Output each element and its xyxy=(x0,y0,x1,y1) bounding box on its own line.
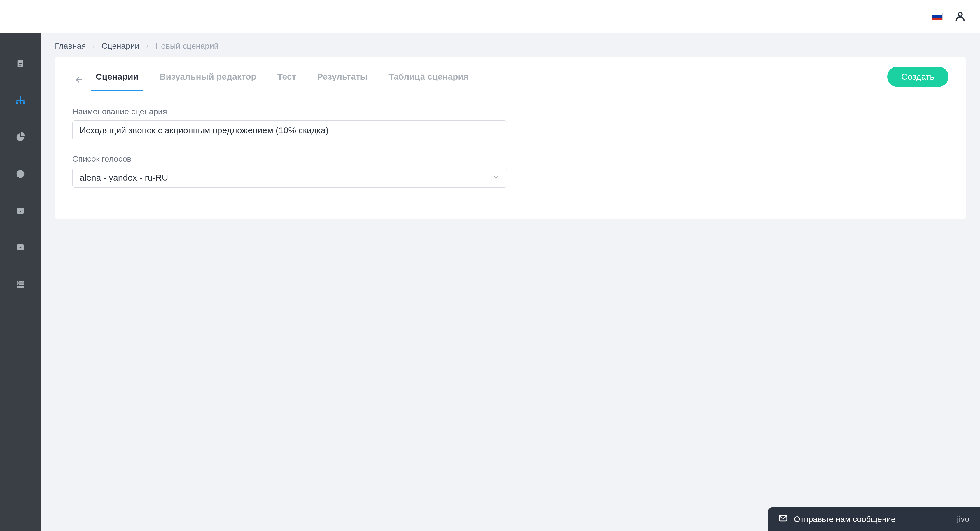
chat-widget[interactable]: Отправьте нам сообщение jivo xyxy=(768,507,980,531)
sidebar-item-history[interactable] xyxy=(15,169,25,179)
svg-rect-7 xyxy=(19,102,21,104)
form: Наименование сценария Список голосов ale… xyxy=(72,93,948,188)
chevron-right-icon xyxy=(145,41,150,51)
voices-label: Список голосов xyxy=(72,154,948,164)
breadcrumb-home[interactable]: Главная xyxy=(55,41,86,51)
sidebar-item-docs[interactable] xyxy=(15,58,25,69)
create-button[interactable]: Создать xyxy=(887,67,948,87)
back-button[interactable] xyxy=(72,73,86,87)
scenario-name-input[interactable] xyxy=(72,121,507,140)
svg-point-21 xyxy=(18,284,19,285)
language-flag-ru[interactable] xyxy=(932,13,943,20)
tab-results[interactable]: Результаты xyxy=(315,68,370,91)
field-voices: Список голосов alena - yandex - ru-RU xyxy=(72,154,948,188)
sidebar-item-outbox[interactable] xyxy=(15,242,25,253)
svg-rect-4 xyxy=(19,65,21,65)
tab-scenarios[interactable]: Сценарии xyxy=(93,68,141,91)
sidebar xyxy=(0,0,41,531)
voices-selected-value: alena - yandex - ru-RU xyxy=(80,173,168,183)
svg-rect-13 xyxy=(24,100,24,102)
tab-visual-editor[interactable]: Визуальный редактор xyxy=(157,68,259,91)
tab-test[interactable]: Тест xyxy=(275,68,299,91)
breadcrumb-scenarios[interactable]: Сценарии xyxy=(102,41,139,51)
sidebar-item-inbox[interactable] xyxy=(15,206,25,216)
topbar xyxy=(0,0,980,33)
voices-select[interactable]: alena - yandex - ru-RU xyxy=(72,168,507,188)
main-content: Главная Сценарии Новый сценарий Сценарии… xyxy=(41,0,980,531)
breadcrumb: Главная Сценарии Новый сценарий xyxy=(41,33,980,57)
breadcrumb-current: Новый сценарий xyxy=(155,41,218,51)
svg-rect-11 xyxy=(17,100,18,102)
sidebar-item-stats[interactable] xyxy=(15,132,25,142)
svg-point-22 xyxy=(18,287,19,288)
mail-icon xyxy=(778,513,788,525)
svg-point-0 xyxy=(958,13,962,16)
svg-rect-9 xyxy=(20,98,21,100)
chat-brand: jivo xyxy=(957,515,969,524)
svg-rect-18 xyxy=(17,283,24,285)
svg-point-20 xyxy=(18,281,19,282)
svg-rect-2 xyxy=(19,62,22,62)
svg-rect-6 xyxy=(16,102,18,104)
tab-scenario-table[interactable]: Таблица сценария xyxy=(386,68,471,91)
content-card: Сценарии Визуальный редактор Тест Резуль… xyxy=(55,57,966,219)
svg-rect-19 xyxy=(17,286,24,288)
svg-rect-3 xyxy=(19,63,22,64)
chevron-down-icon xyxy=(493,173,500,183)
sidebar-item-servers[interactable] xyxy=(15,279,25,289)
svg-rect-5 xyxy=(19,96,21,98)
account-icon[interactable] xyxy=(955,11,966,22)
card-header: Сценарии Визуальный редактор Тест Резуль… xyxy=(72,57,948,93)
chevron-right-icon xyxy=(91,41,97,51)
svg-rect-17 xyxy=(17,281,24,283)
svg-rect-12 xyxy=(20,100,21,102)
field-scenario-name: Наименование сценария xyxy=(72,107,948,140)
name-label: Наименование сценария xyxy=(72,107,948,116)
svg-rect-8 xyxy=(23,102,25,104)
tabs: Сценарии Визуальный редактор Тест Резуль… xyxy=(93,68,887,91)
chat-text: Отправьте нам сообщение xyxy=(794,515,896,524)
sidebar-item-scenarios[interactable] xyxy=(15,95,25,105)
